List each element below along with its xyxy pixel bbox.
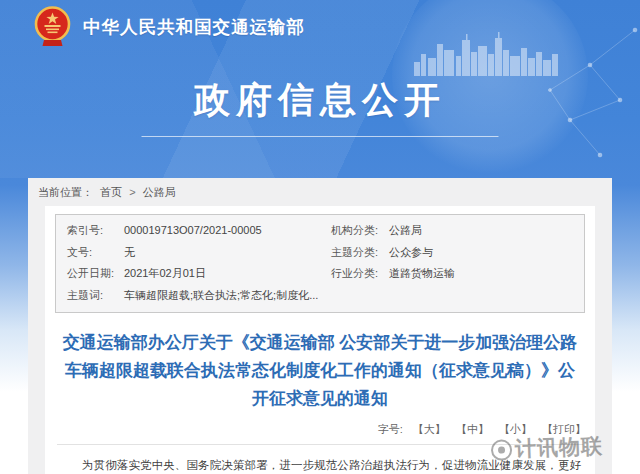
- meta-label-topic: 主题分类:: [331, 242, 389, 264]
- meta-label-industry: 行业分类:: [331, 263, 389, 285]
- meta-row-date: 公开日期: 2021年02月01日 行业分类: 道路货物运输: [56, 263, 584, 285]
- breadcrumb: 当前位置： 首页 > 公路局: [28, 178, 612, 206]
- article-body: 为贯彻落实党中央、国务院决策部署，进一步规范公路治超执法行为，促进物流业健康发展…: [59, 455, 581, 474]
- meta-value-org: 公路局: [389, 220, 584, 242]
- page: 中华人民共和国交通运输部 政府信息公开 当前位置： 首页 > 公路局 索引号: …: [0, 0, 640, 474]
- font-size-large-button[interactable]: 【大】: [413, 423, 446, 435]
- meta-label-index: 索引号:: [67, 220, 124, 242]
- font-size-small-button[interactable]: 【小】: [499, 423, 532, 435]
- meta-value-keywords: 车辆超限超载;联合执法;常态化;制度化...: [124, 285, 331, 307]
- meta-value-industry: 道路货物运输: [389, 263, 584, 285]
- meta-label-docnum: 文号:: [67, 242, 124, 264]
- font-size-medium-button[interactable]: 【中】: [456, 423, 489, 435]
- meta-row-index: 索引号: 000019713O07/2021-00005 机构分类: 公路局: [56, 220, 584, 242]
- content-card: 当前位置： 首页 > 公路局 索引号: 000019713O07/2021-00…: [28, 178, 612, 474]
- breadcrumb-gongluju-link[interactable]: 公路局: [143, 186, 176, 198]
- article-card: 索引号: 000019713O07/2021-00005 机构分类: 公路局 文…: [45, 206, 595, 474]
- breadcrumb-label: 当前位置：: [38, 186, 93, 198]
- meta-row-keywords: 主题词: 车辆超限超载;联合执法;常态化;制度化...: [56, 285, 584, 307]
- breadcrumb-home-link[interactable]: 首页: [100, 186, 122, 198]
- meta-row-docnum: 文号: 无 主题分类: 公众参与: [56, 242, 584, 264]
- meta-label-keywords: 主题词:: [67, 285, 124, 307]
- breadcrumb-separator: >: [129, 186, 135, 198]
- site-name: 中华人民共和国交通运输部: [83, 15, 305, 39]
- font-size-controls: 字号: 【大】 【中】 【小】 【打印】: [54, 422, 586, 437]
- meta-label-date: 公开日期:: [67, 263, 124, 285]
- meta-label-org: 机构分类:: [331, 220, 389, 242]
- meta-value-index: 000019713O07/2021-00005: [124, 220, 331, 242]
- national-emblem-icon: [31, 5, 74, 49]
- meta-value-docnum: 无: [124, 242, 331, 264]
- meta-value-topic: 公众参与: [389, 242, 584, 264]
- font-size-label: 字号:: [378, 423, 403, 435]
- title-underline: [142, 136, 499, 137]
- brand: 中华人民共和国交通运输部: [31, 5, 305, 49]
- print-button[interactable]: 【打印】: [542, 423, 586, 435]
- article-title: 交通运输部办公厅关于《交通运输部 公安部关于进一步加强治理公路车辆超限超载联合执…: [59, 329, 581, 413]
- site-header: 中华人民共和国交通运输部 政府信息公开: [0, 0, 640, 178]
- page-title: 政府信息公开: [0, 76, 640, 125]
- meta-value-date: 2021年02月01日: [124, 263, 331, 285]
- title-body-divider: [57, 444, 583, 445]
- meta-table: 索引号: 000019713O07/2021-00005 机构分类: 公路局 文…: [55, 214, 585, 313]
